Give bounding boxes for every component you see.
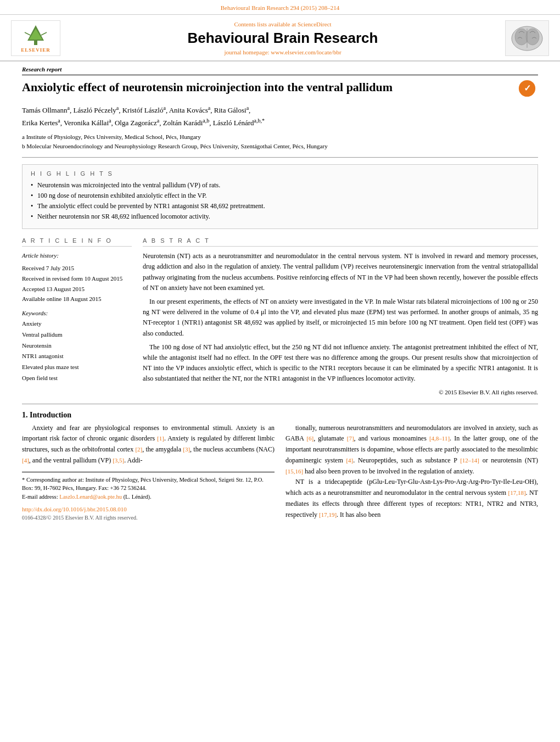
svg-text:✓: ✓ bbox=[524, 83, 531, 93]
content-area: Research report Anxiolytic effect of neu… bbox=[0, 62, 560, 522]
keyword-5: Elevated plus maze test bbox=[22, 362, 132, 373]
intro-right-col: tionally, numerous neurotransmitters and… bbox=[285, 423, 538, 522]
received-date: Received 7 July 2015 bbox=[22, 263, 132, 274]
available-online-date: Available online 18 August 2015 bbox=[22, 294, 132, 304]
section-number: 1. bbox=[22, 411, 28, 419]
highlight-item-4: Neither neurotensin nor SR 48,692 influe… bbox=[31, 213, 529, 221]
elsevier-logo: ELSEVIER bbox=[11, 20, 60, 56]
highlights-list: Neurotensin was microinjected into the v… bbox=[31, 181, 529, 221]
highlights-section: H I G H L I G H T S Neurotensin was micr… bbox=[22, 164, 538, 229]
keyword-1: Anxiety bbox=[22, 319, 132, 330]
corresponding-note: * Corresponding author at: Institute of … bbox=[22, 476, 275, 493]
sciencedirect-link: Contents lists available at ScienceDirec… bbox=[66, 21, 500, 27]
email-suffix: (L. Lénárd). bbox=[124, 494, 152, 500]
intro-left-col: Anxiety and fear are physiological respo… bbox=[22, 423, 275, 522]
intro-section: 1. Introduction Anxiety and fear are phy… bbox=[22, 411, 538, 522]
highlight-item-3: The anxiolytic effect could be prevented… bbox=[31, 202, 529, 210]
homepage-url[interactable]: www.elsevier.com/locate/bbr bbox=[271, 49, 341, 55]
copyright: © 2015 Elsevier B.V. All rights reserved… bbox=[143, 389, 538, 395]
email-address[interactable]: Laszlo.Lenard@aok.pte.hu bbox=[59, 494, 122, 500]
received-revised-date: Received in revised form 10 August 2015 bbox=[22, 274, 132, 284]
abstract-p1: Neurotensin (NT) acts as a neurotransmit… bbox=[143, 251, 538, 293]
crossmark-icon: ✓ bbox=[518, 80, 536, 97]
elsevier-tree-icon bbox=[19, 24, 52, 46]
section-title: Introduction bbox=[30, 411, 71, 419]
title-section: Anxiolytic effect of neurotensin microin… bbox=[22, 80, 538, 99]
article-history-label: Article history: bbox=[22, 252, 132, 259]
abstract-title: A B S T R A C T bbox=[143, 237, 538, 247]
journal-title: Behavioural Brain Research bbox=[66, 30, 500, 47]
highlights-title: H I G H L I G H T S bbox=[31, 170, 529, 177]
abstract-col: A B S T R A C T Neurotensin (NT) acts as… bbox=[143, 237, 538, 395]
journal-homepage: journal homepage: www.elsevier.com/locat… bbox=[66, 49, 500, 55]
issn-line: 0166-4328/© 2015 Elsevier B.V. All right… bbox=[22, 514, 275, 522]
homepage-label: journal homepage: bbox=[224, 49, 269, 55]
keyword-2: Ventral pallidum bbox=[22, 330, 132, 341]
journal-citation[interactable]: Behavioural Brain Research 294 (2015) 20… bbox=[221, 4, 340, 11]
article-info-col: A R T I C L E I N F O Article history: R… bbox=[22, 237, 132, 395]
authors: Tamás Ollmanna, László Péczelya, Kristóf… bbox=[22, 104, 538, 129]
abstract-p3: The 100 ng dose of NT had anxiolytic eff… bbox=[143, 342, 538, 384]
sciencedirect-label[interactable]: ScienceDirect bbox=[298, 21, 332, 27]
affiliation-a: a Institute of Physiology, Pécs Universi… bbox=[22, 132, 538, 142]
page: Behavioural Brain Research 294 (2015) 20… bbox=[0, 0, 560, 742]
journal-header-top: Behavioural Brain Research 294 (2015) 20… bbox=[0, 0, 560, 15]
keywords-list: Anxiety Ventral pallidum Neurotensin NTR… bbox=[22, 319, 132, 384]
article-info-abstract: A R T I C L E I N F O Article history: R… bbox=[22, 237, 538, 395]
email-line: E-mail address: Laszlo.Lenard@aok.pte.hu… bbox=[22, 493, 275, 501]
abstract-text: Neurotensin (NT) acts as a neurotransmit… bbox=[143, 251, 538, 384]
main-header: ELSEVIER Contents lists available at Sci… bbox=[0, 15, 560, 62]
highlight-item-2: 100 ng dose of neurotensin exhibited anx… bbox=[31, 192, 529, 200]
section-heading: 1. Introduction bbox=[22, 411, 538, 420]
intro-right-text: tionally, numerous neurotransmitters and… bbox=[285, 423, 538, 521]
brain-logo bbox=[505, 20, 549, 56]
svg-line-4 bbox=[41, 32, 47, 35]
intro-left-text: Anxiety and fear are physiological respo… bbox=[22, 423, 275, 466]
accepted-date: Accepted 13 August 2015 bbox=[22, 284, 132, 294]
divider-2 bbox=[22, 404, 538, 404]
keyword-3: Neurotensin bbox=[22, 341, 132, 352]
keywords-section: Keywords: Anxiety Ventral pallidum Neuro… bbox=[22, 310, 132, 384]
affiliation-b: b Molecular Neuroendocrinology and Neuro… bbox=[22, 142, 538, 151]
section-label: Research report bbox=[22, 62, 538, 75]
doi-line: http://dx.doi.org/10.1016/j.bbr.2015.08.… bbox=[22, 505, 275, 514]
svg-line-3 bbox=[25, 32, 30, 35]
divider-1 bbox=[22, 157, 538, 158]
date-entries: Received 7 July 2015 Received in revised… bbox=[22, 263, 132, 304]
intro-two-col: Anxiety and fear are physiological respo… bbox=[22, 423, 538, 522]
crossmark-badge: ✓ bbox=[518, 80, 538, 99]
svg-point-7 bbox=[526, 29, 539, 45]
elsevier-text: ELSEVIER bbox=[21, 47, 51, 53]
doi[interactable]: http://dx.doi.org/10.1016/j.bbr.2015.08.… bbox=[22, 506, 127, 512]
affiliations: a Institute of Physiology, Pécs Universi… bbox=[22, 132, 538, 150]
keyword-6: Open field test bbox=[22, 373, 132, 384]
article-info-title: A R T I C L E I N F O bbox=[22, 237, 132, 247]
brain-logo-icon bbox=[508, 23, 546, 53]
history-label: Article history: bbox=[22, 252, 59, 259]
email-label: E-mail address: bbox=[22, 494, 58, 500]
keyword-4: NTR1 antagonist bbox=[22, 351, 132, 362]
header-center: Contents lists available at ScienceDirec… bbox=[66, 21, 500, 55]
highlight-item-1: Neurotensin was microinjected into the v… bbox=[31, 181, 529, 189]
footnote-area: * Corresponding author at: Institute of … bbox=[22, 472, 275, 522]
keywords-label: Keywords: bbox=[22, 310, 132, 316]
abstract-p2: In our present experiments, the effects … bbox=[143, 297, 538, 339]
article-title: Anxiolytic effect of neurotensin microin… bbox=[22, 80, 513, 96]
contents-label: Contents lists available at bbox=[234, 21, 296, 27]
